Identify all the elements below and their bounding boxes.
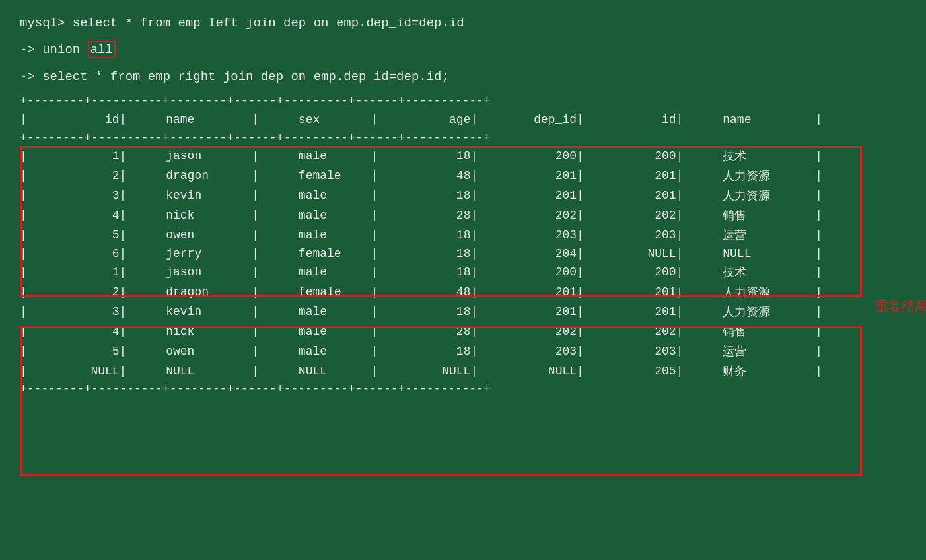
sql-command-line2: -> union all: [20, 40, 906, 59]
annotation-label: 重复结果: [875, 298, 926, 316]
table-row: | 5 | owen | male | 18 | 203 | 203 | 运营 …: [20, 341, 862, 361]
table-row: | 2 | dragon | female | 48 | 201 | 201 |…: [20, 282, 862, 302]
table-row: | 2 | dragon | female | 48 | 201 | 201 |…: [20, 166, 862, 186]
sql-command-line3: -> select * from emp right join dep on e…: [20, 67, 906, 87]
highlight-all: all: [88, 41, 116, 58]
border-top: +--------+----------+--------+------+---…: [20, 93, 862, 109]
table-row: | 3 | kevin | male | 18 | 201 | 201 | 人力…: [20, 302, 862, 322]
table-row: | 6 | jerry | female | 18 | 204 | NULL |…: [20, 245, 862, 262]
data-rows-table: | 1 | jason | male | 18 | 200 | 200 | 技术…: [20, 146, 862, 397]
sql-command-line1: mysql> select * from emp left join dep o…: [20, 13, 906, 33]
terminal: mysql> select * from emp left join dep o…: [20, 13, 906, 397]
result-table: +--------+----------+--------+------+---…: [20, 93, 862, 146]
table-row: | 5 | owen | male | 18 | 203 | 203 | 运营 …: [20, 225, 862, 245]
table-header-row: | id | name | sex | age | dep_id | id | …: [20, 109, 862, 130]
table-row: | 1 | jason | male | 18 | 200 | 200 | 技术…: [20, 146, 862, 166]
table-row: | 4 | nick | male | 28 | 202 | 202 | 销售 …: [20, 322, 862, 341]
table-container: +--------+----------+--------+------+---…: [20, 93, 906, 397]
border-bottom: +--------+----------+--------+------+---…: [20, 381, 862, 397]
table-row: | 1 | jason | male | 18 | 200 | 200 | 技术…: [20, 262, 862, 282]
table-row: | 4 | nick | male | 28 | 202 | 202 | 销售 …: [20, 205, 862, 225]
table-row: | 3 | kevin | male | 18 | 201 | 201 | 人力…: [20, 186, 862, 205]
border-header: +--------+----------+--------+------+---…: [20, 130, 862, 146]
table-row: | NULL | NULL | NULL | NULL | NULL | 205…: [20, 361, 862, 381]
